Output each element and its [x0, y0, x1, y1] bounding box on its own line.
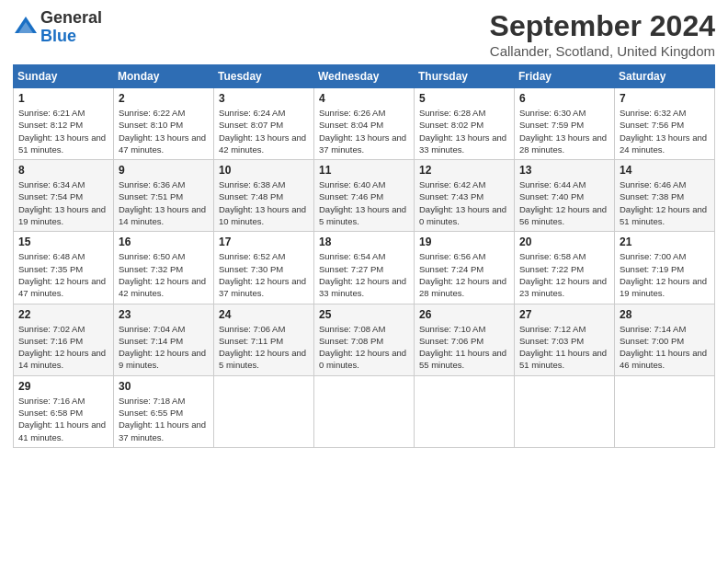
day-number: 15 — [18, 236, 108, 248]
day-info: Sunrise: 6:46 AMSunset: 7:38 PMDaylight:… — [620, 179, 707, 226]
table-row: 14 Sunrise: 6:46 AMSunset: 7:38 PMDaylig… — [615, 160, 715, 232]
day-info: Sunrise: 6:56 AMSunset: 7:24 PMDaylight:… — [419, 251, 506, 298]
day-number: 17 — [219, 236, 309, 248]
table-row: 3 Sunrise: 6:24 AMSunset: 8:07 PMDayligh… — [214, 88, 314, 160]
day-info: Sunrise: 7:10 AMSunset: 7:06 PMDaylight:… — [419, 324, 506, 371]
day-info: Sunrise: 6:26 AMSunset: 8:04 PMDaylight:… — [319, 108, 406, 155]
day-info: Sunrise: 6:36 AMSunset: 7:51 PMDaylight:… — [119, 179, 206, 226]
day-info: Sunrise: 6:30 AMSunset: 7:59 PMDaylight:… — [519, 108, 607, 155]
day-info: Sunrise: 6:34 AMSunset: 7:54 PMDaylight:… — [18, 179, 106, 226]
logo-blue: Blue — [40, 28, 102, 46]
table-row: 19 Sunrise: 6:56 AMSunset: 7:24 PMDaylig… — [415, 232, 515, 304]
table-row: 1 Sunrise: 6:21 AMSunset: 8:12 PMDayligh… — [14, 88, 114, 160]
subtitle: Callander, Scotland, United Kingdom — [490, 43, 715, 59]
col-monday: Monday — [114, 65, 214, 88]
day-info: Sunrise: 6:52 AMSunset: 7:30 PMDaylight:… — [219, 251, 306, 298]
day-info: Sunrise: 6:40 AMSunset: 7:46 PMDaylight:… — [319, 179, 406, 226]
page: General Blue September 2024 Callander, S… — [0, 0, 728, 563]
table-row: 18 Sunrise: 6:54 AMSunset: 7:27 PMDaylig… — [314, 232, 415, 304]
table-row: 5 Sunrise: 6:28 AMSunset: 8:02 PMDayligh… — [415, 88, 515, 160]
day-number: 20 — [519, 236, 609, 248]
table-row — [314, 375, 415, 447]
day-info: Sunrise: 6:21 AMSunset: 8:12 PMDaylight:… — [18, 108, 106, 155]
day-info: Sunrise: 6:32 AMSunset: 7:56 PMDaylight:… — [620, 108, 707, 155]
col-thursday: Thursday — [415, 65, 515, 88]
table-row: 12 Sunrise: 6:42 AMSunset: 7:43 PMDaylig… — [415, 160, 515, 232]
day-info: Sunrise: 7:06 AMSunset: 7:11 PMDaylight:… — [219, 324, 306, 371]
title-section: September 2024 Callander, Scotland, Unit… — [490, 9, 715, 59]
calendar-table: Sunday Monday Tuesday Wednesday Thursday… — [13, 64, 715, 448]
table-row: 29 Sunrise: 7:16 AMSunset: 6:58 PMDaylig… — [14, 375, 114, 447]
calendar-header-row: Sunday Monday Tuesday Wednesday Thursday… — [14, 65, 715, 88]
table-row: 8 Sunrise: 6:34 AMSunset: 7:54 PMDayligh… — [14, 160, 114, 232]
col-tuesday: Tuesday — [214, 65, 314, 88]
day-info: Sunrise: 6:44 AMSunset: 7:40 PMDaylight:… — [519, 179, 607, 226]
day-number: 5 — [419, 92, 509, 105]
calendar-week-row: 29 Sunrise: 7:16 AMSunset: 6:58 PMDaylig… — [14, 375, 715, 447]
table-row: 16 Sunrise: 6:50 AMSunset: 7:32 PMDaylig… — [114, 232, 214, 304]
day-number: 19 — [419, 236, 509, 248]
day-info: Sunrise: 6:48 AMSunset: 7:35 PMDaylight:… — [18, 251, 106, 298]
day-info: Sunrise: 7:08 AMSunset: 7:08 PMDaylight:… — [319, 324, 406, 371]
day-info: Sunrise: 6:24 AMSunset: 8:07 PMDaylight:… — [219, 108, 306, 155]
table-row: 25 Sunrise: 7:08 AMSunset: 7:08 PMDaylig… — [314, 304, 415, 375]
logo-general: General — [40, 9, 102, 28]
table-row: 11 Sunrise: 6:40 AMSunset: 7:46 PMDaylig… — [314, 160, 415, 232]
day-info: Sunrise: 6:54 AMSunset: 7:27 PMDaylight:… — [319, 251, 406, 298]
table-row: 17 Sunrise: 6:52 AMSunset: 7:30 PMDaylig… — [214, 232, 314, 304]
logo: General Blue — [13, 9, 102, 46]
table-row: 21 Sunrise: 7:00 AMSunset: 7:19 PMDaylig… — [615, 232, 715, 304]
day-info: Sunrise: 6:58 AMSunset: 7:22 PMDaylight:… — [519, 251, 607, 298]
day-info: Sunrise: 7:18 AMSunset: 6:55 PMDaylight:… — [119, 396, 206, 442]
table-row: 20 Sunrise: 6:58 AMSunset: 7:22 PMDaylig… — [515, 232, 615, 304]
calendar-week-row: 22 Sunrise: 7:02 AMSunset: 7:16 PMDaylig… — [14, 304, 715, 375]
table-row: 28 Sunrise: 7:14 AMSunset: 7:00 PMDaylig… — [615, 304, 715, 375]
table-row — [615, 375, 715, 447]
table-row: 26 Sunrise: 7:10 AMSunset: 7:06 PMDaylig… — [415, 304, 515, 375]
logo-text: General Blue — [40, 9, 102, 46]
table-row: 9 Sunrise: 6:36 AMSunset: 7:51 PMDayligh… — [114, 160, 214, 232]
day-number: 13 — [519, 164, 609, 177]
day-number: 11 — [319, 164, 409, 177]
day-info: Sunrise: 7:00 AMSunset: 7:19 PMDaylight:… — [620, 251, 707, 298]
table-row: 10 Sunrise: 6:38 AMSunset: 7:48 PMDaylig… — [214, 160, 314, 232]
day-number: 9 — [119, 164, 209, 177]
day-number: 14 — [620, 164, 710, 177]
day-info: Sunrise: 6:42 AMSunset: 7:43 PMDaylight:… — [419, 179, 506, 226]
table-row: 27 Sunrise: 7:12 AMSunset: 7:03 PMDaylig… — [515, 304, 615, 375]
day-number: 12 — [419, 164, 509, 177]
col-friday: Friday — [515, 65, 615, 88]
day-number: 4 — [319, 92, 409, 105]
day-number: 2 — [119, 92, 209, 105]
table-row: 6 Sunrise: 6:30 AMSunset: 7:59 PMDayligh… — [515, 88, 615, 160]
day-number: 18 — [319, 236, 409, 248]
table-row: 2 Sunrise: 6:22 AMSunset: 8:10 PMDayligh… — [114, 88, 214, 160]
day-number: 7 — [620, 92, 710, 105]
day-info: Sunrise: 7:12 AMSunset: 7:03 PMDaylight:… — [519, 324, 607, 371]
table-row: 22 Sunrise: 7:02 AMSunset: 7:16 PMDaylig… — [14, 304, 114, 375]
day-info: Sunrise: 6:38 AMSunset: 7:48 PMDaylight:… — [219, 179, 306, 226]
col-saturday: Saturday — [615, 65, 715, 88]
day-number: 24 — [219, 308, 309, 321]
day-info: Sunrise: 7:16 AMSunset: 6:58 PMDaylight:… — [18, 396, 106, 442]
table-row: 13 Sunrise: 6:44 AMSunset: 7:40 PMDaylig… — [515, 160, 615, 232]
day-number: 30 — [119, 380, 209, 393]
day-number: 26 — [419, 308, 509, 321]
day-number: 16 — [119, 236, 209, 248]
day-number: 22 — [18, 308, 108, 321]
table-row: 7 Sunrise: 6:32 AMSunset: 7:56 PMDayligh… — [615, 88, 715, 160]
day-number: 29 — [18, 380, 108, 393]
day-number: 10 — [219, 164, 309, 177]
calendar-week-row: 15 Sunrise: 6:48 AMSunset: 7:35 PMDaylig… — [14, 232, 715, 304]
day-info: Sunrise: 6:22 AMSunset: 8:10 PMDaylight:… — [119, 108, 206, 155]
table-row — [415, 375, 515, 447]
day-number: 21 — [620, 236, 710, 248]
day-number: 8 — [18, 164, 108, 177]
day-info: Sunrise: 7:02 AMSunset: 7:16 PMDaylight:… — [18, 324, 106, 371]
day-number: 25 — [319, 308, 409, 321]
day-number: 28 — [620, 308, 710, 321]
col-wednesday: Wednesday — [314, 65, 415, 88]
day-info: Sunrise: 7:04 AMSunset: 7:14 PMDaylight:… — [119, 324, 206, 371]
table-row: 24 Sunrise: 7:06 AMSunset: 7:11 PMDaylig… — [214, 304, 314, 375]
calendar-week-row: 1 Sunrise: 6:21 AMSunset: 8:12 PMDayligh… — [14, 88, 715, 160]
